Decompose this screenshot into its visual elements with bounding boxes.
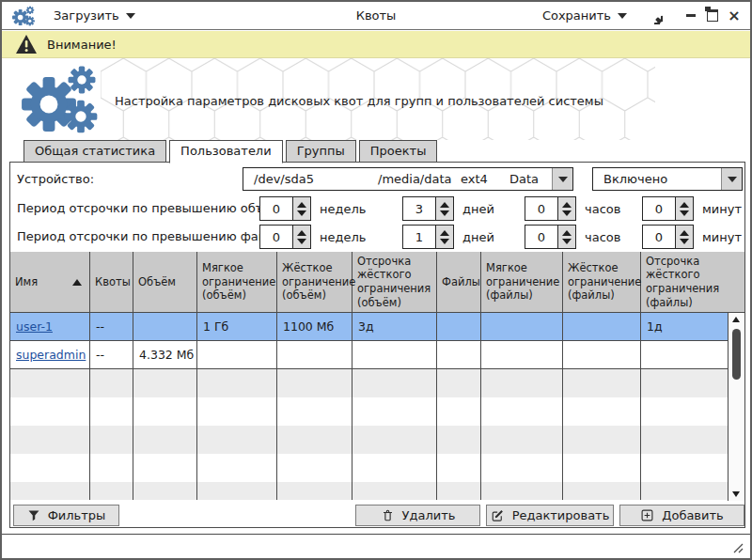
chevron-down-icon [126, 13, 135, 19]
column-header-hard-limit-volume[interactable]: Жёсткое ограничение (объём) [277, 252, 352, 312]
spinner-arrows[interactable] [557, 196, 576, 221]
resize-grip-icon[interactable] [730, 540, 744, 553]
spinner-arrows[interactable] [292, 225, 311, 249]
cell-hard-volume [277, 341, 352, 368]
chevron-down-icon[interactable] [552, 168, 572, 190]
minutes-value[interactable]: 0 [642, 225, 675, 249]
spinner-arrows[interactable] [435, 225, 454, 249]
load-menu-label: Загрузить [54, 8, 119, 23]
grace-volume-hours-spinner: 0 часов [525, 196, 620, 221]
scroll-down-icon[interactable] [732, 491, 740, 497]
column-header-soft-limit-volume[interactable]: Мягкое ограничение (объём) [197, 252, 277, 312]
minimize-button[interactable] [684, 9, 697, 23]
days-unit: дней [462, 230, 494, 244]
column-header-name[interactable]: Имя [10, 252, 90, 312]
grace-files-label: Период отсрочки по превышению файлов: [17, 229, 293, 243]
cell-volume [133, 313, 197, 340]
weeks-unit: недель [320, 202, 366, 216]
quota-table: Имя Квоты Объём Мягкое ограничение (объё… [10, 252, 744, 501]
table-header-row: Имя Квоты Объём Мягкое ограничение (объё… [10, 252, 744, 313]
days-unit: дней [462, 202, 494, 216]
weeks-value[interactable]: 0 [259, 225, 292, 249]
spinner-arrows[interactable] [675, 225, 694, 249]
delete-label: Удалить [402, 508, 456, 522]
hours-value[interactable]: 0 [525, 225, 557, 249]
vertical-scrollbar[interactable] [728, 313, 744, 501]
cell-grace-volume: 3д [352, 313, 437, 340]
hours-value[interactable]: 0 [525, 196, 557, 221]
days-value[interactable]: 3 [402, 196, 435, 221]
empty-row [10, 426, 744, 454]
table-row-user-1[interactable]: user-1 -- 1 Гб 1100 Мб 3д 1д [10, 313, 744, 341]
cell-soft-files [481, 313, 563, 340]
cell-files [437, 313, 481, 340]
window-title: Квоты [356, 8, 397, 23]
add-button[interactable]: Добавить [619, 505, 744, 526]
weeks-value[interactable]: 0 [259, 196, 292, 221]
add-plus-icon [640, 508, 654, 522]
table-row-superadmin[interactable]: superadmin -- 4.332 Мб [10, 341, 744, 369]
grace-volume-weeks-spinner: 0 недель [259, 196, 366, 221]
grace-files-minutes-spinner: 0 минут [642, 225, 742, 249]
days-value[interactable]: 1 [402, 225, 435, 249]
close-icon: × [728, 9, 740, 23]
close-button[interactable]: × [728, 9, 741, 23]
status-bar [2, 535, 750, 558]
column-header-quotas[interactable]: Квоты [90, 252, 133, 312]
grace-files-days-spinner: 1 дней [402, 225, 494, 249]
filter-funnel-icon [27, 509, 40, 522]
cell-grace-files: 1д [641, 313, 728, 340]
grace-volume-days-spinner: 3 дней [402, 196, 494, 221]
cell-quotas: -- [90, 313, 133, 340]
save-menu-button[interactable]: Сохранить [542, 8, 627, 23]
column-header-grace-files[interactable]: Отсрочка жёсткого ограничения (файлы) [641, 252, 728, 312]
chevron-down-icon [618, 13, 627, 19]
save-menu-label: Сохранить [542, 8, 611, 23]
minutes-value[interactable]: 0 [642, 196, 675, 221]
scroll-up-icon[interactable] [732, 317, 740, 322]
column-header-hard-limit-files[interactable]: Жёсткое ограничение (файлы) [563, 252, 641, 312]
column-header-files[interactable]: Файлы [437, 252, 481, 312]
tab-groups[interactable]: Группы [286, 140, 356, 163]
empty-row [10, 397, 744, 426]
user-link[interactable]: superadmin [16, 348, 86, 362]
table-body: user-1 -- 1 Гб 1100 Мб 3д 1д superadmin … [10, 313, 744, 500]
quota-gears-logo [19, 65, 103, 134]
minutes-unit: минут [702, 202, 742, 216]
empty-row [10, 454, 744, 482]
app-description: Настройка параметров дисковых квот для г… [115, 94, 603, 108]
cell-volume: 4.332 Мб [133, 341, 197, 368]
cell-hard-volume: 1100 Мб [277, 313, 352, 340]
scrollbar-thumb[interactable] [732, 329, 741, 380]
edit-label: Редактировать [512, 508, 610, 522]
user-link[interactable]: user-1 [16, 319, 53, 334]
tab-general-statistics[interactable]: Общая статистика [24, 140, 166, 163]
sort-ascending-icon [72, 279, 82, 286]
spinner-arrows[interactable] [557, 225, 576, 249]
tab-projects[interactable]: Проекты [359, 140, 438, 163]
settings-gear-icon[interactable] [645, 7, 663, 24]
load-menu-button[interactable]: Загрузить [54, 8, 135, 23]
edit-button[interactable]: Редактировать [486, 505, 614, 526]
tab-users[interactable]: Пользователи [169, 140, 283, 163]
delete-button[interactable]: Удалить [355, 505, 480, 526]
cell-files [437, 341, 481, 368]
device-label: Устройство: [17, 172, 94, 186]
empty-row [10, 369, 744, 397]
filters-button[interactable]: Фильтры [13, 505, 119, 526]
warning-banner: Внимание! [2, 31, 750, 58]
filters-label: Фильтры [48, 508, 106, 522]
grace-volume-minutes-spinner: 0 минут [642, 196, 742, 221]
quota-status-select[interactable]: Включено [592, 167, 743, 191]
device-select[interactable]: /dev/sda5 /media/data ext4 Data [243, 167, 573, 191]
column-header-grace-volume[interactable]: Отсрочка жёсткого ограничения (объём) [352, 252, 437, 312]
application-window: Загрузить Квоты Сохранить × Внимание! [0, 0, 752, 560]
spinner-arrows[interactable] [435, 196, 454, 221]
column-header-soft-limit-files[interactable]: Мягкое ограничение (файлы) [481, 252, 563, 312]
quota-status-value: Включено [603, 172, 667, 186]
spinner-arrows[interactable] [675, 196, 694, 221]
spinner-arrows[interactable] [292, 196, 311, 221]
chevron-down-icon[interactable] [721, 168, 742, 190]
maximize-button[interactable] [706, 9, 719, 23]
column-header-volume[interactable]: Объём [133, 252, 197, 312]
